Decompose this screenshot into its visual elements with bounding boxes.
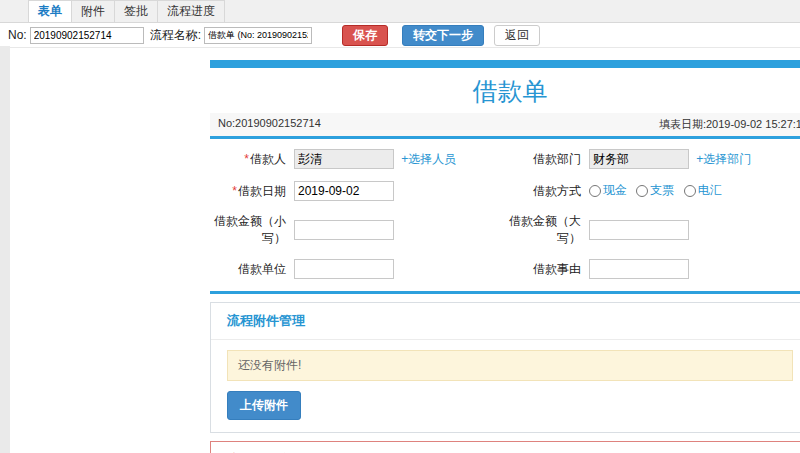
divider-bottom xyxy=(210,291,800,294)
reason-label-text: 借款事由 xyxy=(533,262,581,276)
wire-radio[interactable] xyxy=(684,185,696,197)
borrower-label: *借款人 xyxy=(210,143,290,175)
cash-radio[interactable] xyxy=(589,185,601,197)
date-label-text: 借款日期 xyxy=(238,184,286,198)
save-button[interactable]: 保存 xyxy=(342,25,388,46)
unit-field xyxy=(290,253,500,285)
borrower-field: +选择人员 xyxy=(290,143,500,175)
form-title: 借款单 xyxy=(210,68,800,113)
department-input[interactable] xyxy=(589,149,689,169)
unit-label: 借款单位 xyxy=(210,253,290,285)
loan-form: *借款人 +选择人员 借款部门 +选择部门 *借款日期 借款方式 xyxy=(210,143,800,285)
department-field: +选择部门 xyxy=(585,143,800,175)
next-step-button[interactable]: 转交下一步 xyxy=(402,25,484,46)
left-sidebar-strip xyxy=(0,46,10,453)
divider-top xyxy=(210,136,800,139)
cash-radio-label: 现金 xyxy=(603,182,627,199)
attachment-section-title: 流程附件管理 xyxy=(211,303,800,340)
tab-form[interactable]: 表单 xyxy=(28,0,72,22)
approval-section: 流程签批意见 B I abc A A ∞ ⚑ ⒈ •≡ ⇤ ⇥ ” 样式 xyxy=(210,441,800,453)
date-field xyxy=(290,175,500,207)
tab-approval[interactable]: 签批 xyxy=(114,0,158,22)
amount-lower-input[interactable] xyxy=(294,220,394,240)
unit-label-text: 借款单位 xyxy=(238,262,286,276)
form-panel: 借款单 No:20190902152714 填表日期:2019-09-02 15… xyxy=(210,60,800,453)
unit-input[interactable] xyxy=(294,259,394,279)
tab-bar: 表单 附件 签批 流程进度 xyxy=(0,0,800,23)
amount-upper-input[interactable] xyxy=(589,220,689,240)
borrower-input[interactable] xyxy=(294,149,394,169)
method-field: 现金 支票 电汇 xyxy=(585,175,800,207)
amount-upper-field xyxy=(585,207,800,253)
attachment-section: 流程附件管理 还没有附件! 上传附件 xyxy=(210,302,800,433)
reason-label: 借款事由 xyxy=(500,253,585,285)
process-name-input[interactable] xyxy=(204,27,312,44)
date-label: *借款日期 xyxy=(210,175,290,207)
form-no: No:20190902152714 xyxy=(218,117,321,132)
amount-lower-label: 借款金额（小写） xyxy=(210,207,290,253)
form-row-3: 借款金额（小写） 借款金额（大写） xyxy=(210,207,800,253)
method-option-cash[interactable]: 现金 xyxy=(589,182,627,199)
select-person-link[interactable]: +选择人员 xyxy=(401,152,456,166)
amount-upper-label-text: 借款金额（大写） xyxy=(509,214,581,245)
method-option-wire[interactable]: 电汇 xyxy=(684,182,722,199)
upload-attachment-button[interactable]: 上传附件 xyxy=(227,391,301,420)
back-button[interactable]: 返回 xyxy=(494,25,540,46)
method-option-check[interactable]: 支票 xyxy=(636,182,674,199)
department-label-text: 借款部门 xyxy=(533,152,581,166)
tab-progress[interactable]: 流程进度 xyxy=(157,0,225,22)
method-label-text: 借款方式 xyxy=(533,184,581,198)
form-row-2: *借款日期 借款方式 现金 支票 电汇 xyxy=(210,175,800,207)
method-label: 借款方式 xyxy=(500,175,585,207)
toolbar: No: 流程名称: 保存 转交下一步 返回 xyxy=(0,23,800,48)
check-radio[interactable] xyxy=(636,185,648,197)
select-department-link[interactable]: +选择部门 xyxy=(696,152,751,166)
borrower-label-text: 借款人 xyxy=(250,152,286,166)
no-input[interactable] xyxy=(30,27,144,44)
form-row-4: 借款单位 借款事由 xyxy=(210,253,800,285)
required-asterisk: * xyxy=(232,184,237,198)
required-asterisk: * xyxy=(244,152,249,166)
form-meta: No:20190902152714 填表日期:2019-09-02 15:27:… xyxy=(210,113,800,136)
amount-lower-label-text: 借款金额（小写） xyxy=(214,214,286,245)
panel-top-accent xyxy=(210,60,800,68)
form-row-1: *借款人 +选择人员 借款部门 +选择部门 xyxy=(210,143,800,175)
process-name-label: 流程名称: xyxy=(150,27,201,44)
amount-lower-field xyxy=(290,207,500,253)
form-date: 填表日期:2019-09-02 15:27:1 xyxy=(659,117,800,132)
department-label: 借款部门 xyxy=(500,143,585,175)
no-attachment-notice: 还没有附件! xyxy=(227,350,793,381)
amount-upper-label: 借款金额（大写） xyxy=(500,207,585,253)
approval-section-title: 流程签批意见 xyxy=(211,442,800,453)
borrow-date-input[interactable] xyxy=(294,181,394,201)
reason-field xyxy=(585,253,800,285)
wire-radio-label: 电汇 xyxy=(698,182,722,199)
check-radio-label: 支票 xyxy=(650,182,674,199)
tab-attachments[interactable]: 附件 xyxy=(71,0,115,22)
reason-input[interactable] xyxy=(589,259,689,279)
no-label: No: xyxy=(8,28,27,42)
